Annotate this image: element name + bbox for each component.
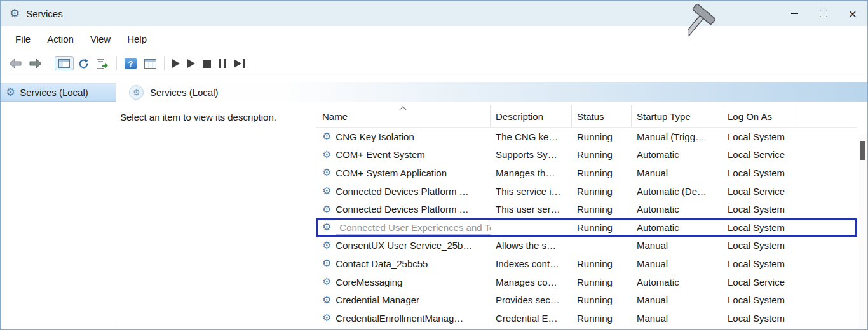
- table-row[interactable]: ⚙ConsentUX User Service_25b…Allows the s…: [316, 237, 857, 255]
- service-name-cell: ⚙: [316, 327, 491, 329]
- service-description: Manages co…: [491, 273, 572, 291]
- service-startup-type: Automatic: [632, 146, 722, 164]
- service-name: CNG Key Isolation: [336, 131, 414, 142]
- menu-help[interactable]: Help: [119, 34, 155, 44]
- table-row[interactable]: ⚙COM+ System ApplicationManages th…Runni…: [316, 164, 857, 182]
- table-row[interactable]: ⚙CredentialEnrollmentManag…Credential E……: [316, 309, 857, 327]
- service-gear-icon: ⚙: [322, 150, 331, 160]
- pause-icon: [219, 59, 226, 68]
- table-row[interactable]: ⚙Connected Devices Platform …This user s…: [316, 200, 857, 218]
- stop-service-button[interactable]: [200, 58, 214, 70]
- row-filler: [797, 237, 823, 255]
- table-row[interactable]: ⚙Credential ManagerProvides sec…RunningM…: [316, 291, 857, 309]
- service-description: The CNG ke…: [491, 128, 572, 146]
- pane-header-title: Services (Local): [150, 87, 219, 98]
- minimize-button[interactable]: [780, 1, 809, 26]
- table-row[interactable]: ⚙Connected User Experiences and Telemetr…: [316, 218, 857, 237]
- help-button[interactable]: ?: [121, 56, 140, 71]
- service-status: Running: [572, 254, 632, 273]
- toolbar-separator: [164, 56, 165, 70]
- close-button[interactable]: ×: [838, 1, 867, 26]
- restart-service-button[interactable]: [231, 57, 248, 70]
- table-row[interactable]: ⚙Connected Devices Platform …This servic…: [316, 182, 857, 201]
- main-body: ⚙ Services (Local) ⚙ Services (Local) Se…: [1, 76, 867, 329]
- tree-item-label: Services (Local): [20, 87, 88, 98]
- menu-action[interactable]: Action: [39, 34, 82, 44]
- service-startup-type: Automatic (De…: [632, 182, 722, 201]
- pause-service-button[interactable]: [215, 57, 229, 70]
- service-status: Running: [572, 164, 632, 182]
- service-status: Running: [572, 182, 632, 201]
- refresh-button[interactable]: [75, 56, 92, 71]
- column-header-log-on-as[interactable]: Log On As: [722, 105, 797, 127]
- start-service-button[interactable]: [169, 57, 183, 70]
- service-gear-icon: ⚙: [322, 313, 331, 323]
- column-header-startup-type[interactable]: Startup Type: [632, 105, 722, 127]
- service-log-on-as: Local System: [722, 164, 797, 182]
- service-startup-type: Automatic: [632, 218, 722, 237]
- service-description: This user ser…: [491, 200, 572, 218]
- column-header-name[interactable]: Name: [316, 105, 491, 127]
- minimize-icon: [791, 13, 798, 14]
- service-gear-icon: ⚙: [322, 186, 331, 196]
- service-status: Running: [572, 291, 632, 309]
- resume-service-button[interactable]: [184, 57, 198, 70]
- service-name: Connected Devices Platform …: [336, 186, 468, 197]
- restart-icon: [234, 59, 245, 68]
- service-status: [572, 237, 632, 255]
- service-startup-type: [632, 327, 722, 329]
- toolbar-separator: [50, 56, 50, 70]
- service-status: [572, 327, 632, 329]
- service-log-on-as: Local System: [722, 128, 797, 146]
- service-gear-icon: ⚙: [322, 131, 331, 142]
- menu-file[interactable]: File: [7, 34, 39, 44]
- table-row[interactable]: ⚙Contact Data_25bc55Indexes cont…Running…: [316, 254, 857, 273]
- content-pane: ⚙ Services (Local) Select an item to vie…: [116, 76, 867, 329]
- table-row[interactable]: ⚙COM+ Event SystemSupports Sy…RunningAut…: [316, 146, 857, 164]
- service-name-cell: ⚙CNG Key Isolation: [316, 128, 491, 146]
- scrollbar-thumb[interactable]: [860, 141, 865, 160]
- show-console-tree-button[interactable]: [55, 56, 74, 70]
- sort-ascending-icon: [399, 106, 406, 113]
- menu-view[interactable]: View: [82, 34, 119, 44]
- forward-arrow-icon: [29, 58, 42, 69]
- table-row[interactable]: ⚙CoreMessagingManages co…RunningAutomati…: [316, 273, 857, 291]
- forward-button[interactable]: [26, 56, 45, 70]
- maximize-button[interactable]: [809, 1, 838, 26]
- column-header-status[interactable]: Status: [572, 105, 632, 127]
- menubar: File Action View Help: [1, 26, 867, 51]
- service-description: This service i…: [491, 182, 572, 201]
- service-log-on-as: [722, 327, 797, 329]
- service-log-on-as: Local System: [722, 309, 797, 327]
- console-tree-icon: [58, 59, 70, 68]
- table-row[interactable]: ⚙: [316, 327, 857, 329]
- service-name-cell: ⚙Connected User Experiences and Telemetr…: [316, 218, 491, 237]
- maximize-icon: [820, 10, 827, 17]
- service-name-cell: ⚙CredentialEnrollmentManag…: [316, 309, 491, 327]
- row-filler: [797, 182, 823, 201]
- service-rename-field[interactable]: Connected User Experiences and Telemetry: [336, 220, 491, 235]
- service-name: COM+ System Application: [336, 168, 447, 178]
- service-description: Provides sec…: [491, 291, 572, 309]
- column-header-description[interactable]: Description: [491, 105, 572, 127]
- service-description: Supports Sy…: [491, 146, 572, 164]
- row-filler: [797, 291, 823, 309]
- properties-button[interactable]: [141, 57, 159, 70]
- service-description: [491, 218, 572, 237]
- service-status: Running: [572, 128, 632, 146]
- export-list-button[interactable]: [93, 57, 112, 70]
- column-header-label: Status: [577, 111, 604, 122]
- back-button[interactable]: [6, 56, 25, 70]
- service-name-cell: ⚙Credential Manager: [316, 291, 491, 309]
- table-row[interactable]: ⚙CNG Key IsolationThe CNG ke…RunningManu…: [316, 128, 857, 146]
- column-header-label: Log On As: [728, 111, 772, 122]
- service-log-on-as: Local Service: [722, 273, 797, 291]
- service-log-on-as: Local System: [722, 200, 797, 218]
- vertical-scrollbar[interactable]: [859, 135, 867, 329]
- service-log-on-as: Local Service: [722, 146, 797, 164]
- toolbar: ?: [1, 51, 867, 76]
- column-header-label: Startup Type: [637, 111, 691, 122]
- tree-item-services-local[interactable]: ⚙ Services (Local): [1, 83, 116, 102]
- toolbar-separator: [116, 56, 117, 70]
- service-name-cell: ⚙CoreMessaging: [316, 273, 491, 291]
